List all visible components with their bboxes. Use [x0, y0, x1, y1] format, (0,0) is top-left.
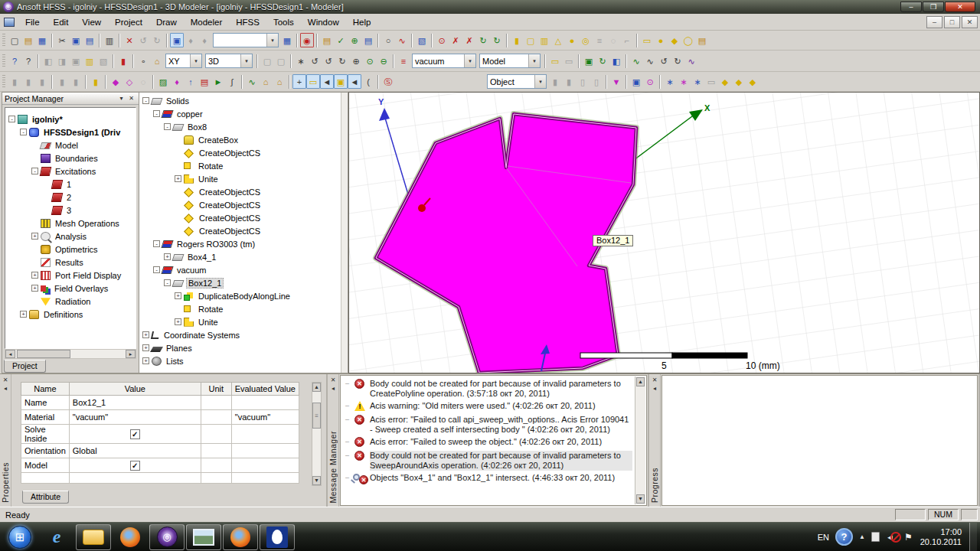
project-tree-hscrollbar[interactable]: ◂ ▸ [5, 349, 136, 359]
toolbar-bool-imprint-button[interactable]: ▧ [96, 54, 110, 68]
toolbar-select-mode-button[interactable]: ▣ [170, 33, 184, 47]
toolbar-draw-polygon-button[interactable]: ◆ [668, 33, 681, 47]
toolbar-new-button[interactable]: ▢ [8, 33, 21, 47]
taskbar-image-viewer-button[interactable] [186, 524, 221, 550]
toolbar-align-5-button[interactable]: ► [211, 74, 225, 89]
toolbar-draw-rectangle-button[interactable]: ▭ [640, 33, 654, 47]
expand-toggle-icon[interactable]: + [175, 292, 181, 299]
toolbar-sel-1-button[interactable]: ▮ [548, 74, 562, 89]
expand-toggle-icon[interactable]: - [153, 240, 160, 247]
toolbar-material-combo[interactable]: vacuum▾ [412, 54, 476, 68]
panel-close-icon[interactable]: ✕ [126, 94, 136, 103]
panel-pin-icon[interactable]: ◂ [2, 384, 10, 393]
expand-toggle-icon[interactable]: - [20, 129, 27, 135]
toolbar-view-mode-combo[interactable]: 3D▾ [205, 54, 253, 68]
message-item[interactable]: –!Acis warning: "Old miters were used." … [345, 401, 646, 412]
message-item[interactable]: –✕Objects "Box4_1" and "Box12_1" interse… [345, 473, 646, 484]
toolbar-redo-button[interactable]: ↻ [150, 33, 164, 47]
menu-project[interactable]: Project [108, 15, 149, 29]
taskbar-start-button[interactable]: ⊞ [2, 524, 38, 550]
expand-toggle-icon[interactable]: + [142, 344, 149, 351]
tree-item-vacuum[interactable]: -vacuum [139, 263, 341, 276]
toolbar-model-combo[interactable]: Model▾ [479, 54, 541, 68]
property-value[interactable]: Box12_1 [69, 396, 201, 410]
tree-item-igolniy[interactable]: -igolniy* [5, 112, 136, 126]
toolbar-measure-3-button[interactable]: ⌂ [273, 74, 286, 89]
toolbar-snap-vertex-button[interactable]: ▭ [306, 74, 320, 89]
dropdown-arrow-icon[interactable]: ▾ [528, 54, 540, 67]
action-center-flag-icon[interactable]: ⚑ [904, 532, 913, 543]
menu-tools[interactable]: Tools [266, 15, 301, 29]
dropdown-arrow-icon[interactable]: ▾ [190, 54, 201, 67]
toolbar-snap-center-button[interactable]: ▣ [334, 74, 348, 89]
expand-toggle-icon[interactable]: + [142, 357, 149, 364]
volume-muted-icon[interactable]: ◄ [886, 533, 898, 542]
toolbar-sweep-along-path-button[interactable]: ∿ [643, 54, 657, 68]
toolbar-materials-button[interactable]: ≡ [397, 54, 410, 68]
menu-view[interactable]: View [75, 15, 108, 29]
tree-item-duplicatebodyalongline[interactable]: +DuplicateBodyAlongLine [139, 289, 341, 302]
toolbar-draw-circle-button[interactable]: ● [654, 33, 668, 47]
taskbar-explorer-button[interactable] [76, 524, 111, 550]
tree-item-boundaries[interactable]: Boundaries [5, 152, 136, 165]
toolbar-grid-plane-1-button[interactable]: ▢ [260, 54, 274, 68]
toolbar-analyze-all-button[interactable]: ✓ [334, 33, 348, 47]
toolbar-bool-unite-button[interactable]: ◧ [41, 54, 55, 68]
toolbar-create-cs-2-button[interactable]: ◆ [732, 74, 746, 89]
toolbar-copy-button[interactable]: ▣ [69, 33, 83, 47]
toolbar-field-sphere-button[interactable]: ⊙ [643, 74, 657, 89]
toolbar-duplicate-along-line-button[interactable]: ▣ [582, 54, 596, 68]
help-question-icon[interactable]: ? [835, 528, 853, 546]
panel-menu-icon[interactable]: ▾ [116, 94, 126, 103]
toolbar-zoom-tool-button[interactable]: ○ [381, 33, 395, 47]
expand-toggle-icon[interactable]: - [8, 116, 15, 122]
toolbar-draw-cylinder-button[interactable]: ▮ [510, 33, 524, 47]
restore-button[interactable]: ❒ [923, 2, 944, 12]
toolbar-face-3-button[interactable]: ▮ [35, 74, 49, 89]
property-value[interactable]: ✓ [69, 425, 201, 444]
toolbar-rotate-model-3-button[interactable]: ↻ [335, 54, 349, 68]
tree-item-copper[interactable]: -copper [139, 107, 341, 120]
toolbar-undo-button[interactable]: ↺ [136, 33, 150, 47]
toolbar-new-sheet-2-button[interactable]: ▭ [562, 54, 576, 68]
tree-item-createobjectcs[interactable]: CreateObjectCS [139, 224, 341, 237]
tree-item-field-overlays[interactable]: +Field Overlays [5, 282, 136, 295]
checkbox-checked-icon[interactable]: ✓ [130, 429, 140, 439]
taskbar-blue-app-button[interactable] [260, 524, 295, 550]
toolbar-create-cs-1-button[interactable]: ◆ [718, 74, 732, 89]
toolbar-context-help-button[interactable]: ? [21, 54, 35, 68]
toolbar-solution-data-button[interactable]: ▤ [361, 33, 375, 47]
toolbar-draw-box-button[interactable]: ▢ [524, 33, 537, 47]
tree-item-definitions[interactable]: +Definitions [5, 308, 136, 321]
tree-item-lists[interactable]: +Lists [139, 354, 341, 367]
toolbar-measure-1-button[interactable]: ∿ [245, 74, 259, 89]
properties-vscrollbar[interactable]: ▲ ≡ ▼ [312, 382, 322, 486]
toolbar-validation-check-button[interactable]: ▤ [320, 33, 334, 47]
toolbar-face-2-button[interactable]: ▮ [21, 74, 35, 89]
scroll-up-icon[interactable]: ▲ [636, 377, 645, 386]
toolbar-draw-point-button[interactable]: ∘ [136, 54, 150, 68]
taskbar-firefox-button[interactable] [113, 524, 148, 550]
tree-item-rogers-ro3003-tm[interactable]: -Rogers RO3003 (tm) [139, 237, 341, 250]
tree-item-mesh-operations[interactable]: Mesh Operations [5, 217, 136, 230]
toolbar-grid-plane-2-button[interactable]: ▢ [274, 54, 288, 68]
toolbar-sweep-along-vector-button[interactable]: ∿ [629, 54, 643, 68]
project-tab[interactable]: Project [4, 360, 46, 373]
tree-item-box8[interactable]: -Box8 [139, 120, 341, 133]
expand-toggle-icon[interactable]: + [20, 311, 27, 318]
expand-toggle-icon[interactable]: - [31, 168, 38, 174]
toolbar-port-tool-2-button[interactable]: ♦ [198, 33, 211, 47]
mdi-close-button[interactable]: ✕ [962, 16, 978, 28]
toolbar-sel-4-button[interactable]: ▯ [590, 74, 603, 89]
modeler-viewport[interactable]: 5 10 (mm) Y X Box12_1 [348, 92, 980, 373]
toolbar-duplicate-mirror-button[interactable]: ◧ [609, 54, 623, 68]
tree-item-excitations[interactable]: -Excitations [5, 165, 136, 178]
menu-window[interactable]: Window [301, 15, 346, 29]
message-item[interactable]: –✕Acis error: "Failed to sweep the objec… [345, 437, 646, 448]
scroll-up-icon[interactable]: ▲ [312, 383, 321, 392]
taskbar-ie-button[interactable]: e [39, 524, 74, 550]
tree-item-radiation[interactable]: Radiation [5, 295, 136, 308]
tree-item-createobjectcs[interactable]: CreateObjectCS [139, 185, 341, 198]
tree-item-results[interactable]: Results [5, 256, 136, 269]
expand-toggle-icon[interactable]: + [175, 175, 181, 182]
